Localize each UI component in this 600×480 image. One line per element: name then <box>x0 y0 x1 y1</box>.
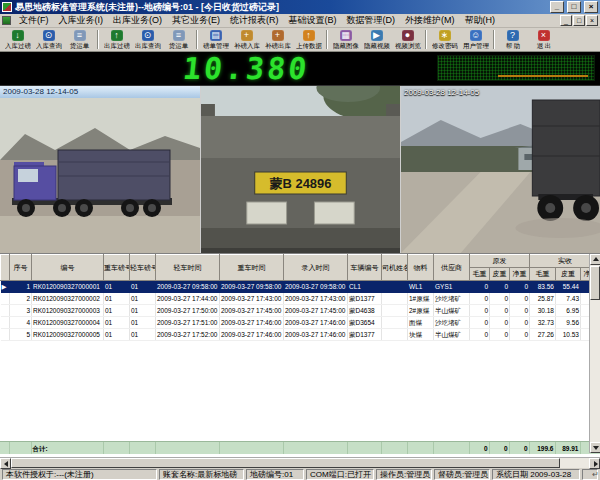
menu-item[interactable]: 统计报表(R) <box>225 13 284 28</box>
column-header[interactable]: 供应商 <box>434 255 470 281</box>
scroll-left-button[interactable] <box>0 458 11 469</box>
toolbar-button-入库查询[interactable]: ⊙入库查询 <box>33 29 64 51</box>
menu-item[interactable]: 出库业务(O) <box>108 13 167 28</box>
table-cell: 2009-03-27 17:45:00 <box>284 305 348 317</box>
child-close-button[interactable]: × <box>586 15 598 26</box>
table-row[interactable]: 2RK012009032700000201012009-03-27 17:44:… <box>1 293 600 305</box>
toolbar-button-label: 上传数据 <box>296 41 322 49</box>
table-cell: 半山煤矿 <box>434 305 470 317</box>
menu-item[interactable]: 入库业务(I) <box>54 13 109 28</box>
column-header[interactable]: 轻车磅号 <box>130 255 156 281</box>
toolbar-button-出库查询[interactable]: ⊙出库查询 <box>132 29 163 51</box>
column-header[interactable]: 重车磅号 <box>104 255 130 281</box>
table-cell: 0 <box>470 293 490 305</box>
total-cell: 合计: <box>31 442 103 454</box>
toolbar-button-用户管理[interactable]: ☺用户管理 <box>460 29 491 51</box>
minimize-button[interactable]: _ <box>550 1 564 13</box>
column-header[interactable] <box>1 255 10 281</box>
app-icon <box>2 2 12 12</box>
toolbar-button-货运单[interactable]: ≡货运单 <box>64 29 95 51</box>
table-row[interactable]: 3RK012009032700000301012009-03-27 17:50:… <box>1 305 600 317</box>
table-cell: 01 <box>104 329 130 341</box>
scroll-up-button[interactable] <box>590 254 600 265</box>
outbound-query-icon: ⊙ <box>142 30 154 41</box>
column-header[interactable]: 物料 <box>408 255 434 281</box>
child-minimize-button[interactable]: _ <box>560 15 572 26</box>
vertical-scrollbar[interactable] <box>589 254 600 453</box>
table-row[interactable]: 4RK012009032700000401012009-03-27 17:51:… <box>1 317 600 329</box>
table-row[interactable]: 5RK012009032700000501012009-03-27 17:52:… <box>1 329 600 341</box>
table-cell: 2009-03-27 17:52:00 <box>156 329 220 341</box>
column-header[interactable]: 轻车时间 <box>156 255 220 281</box>
inbound-weigh-icon: ↓ <box>12 30 24 41</box>
menu-item[interactable]: 文件(F) <box>14 13 54 28</box>
camera-left-panel: 2009-03-28 12-14-05 <box>0 86 200 253</box>
column-header[interactable]: 司机姓名 <box>382 255 408 281</box>
total-cell <box>283 442 347 454</box>
table-cell: 沙圪堵矿 <box>434 317 470 329</box>
menu-item[interactable]: 帮助(H) <box>460 13 501 28</box>
maximize-button[interactable]: □ <box>567 1 581 13</box>
column-header[interactable]: 车辆编号 <box>348 255 382 281</box>
table-cell: 32.73 <box>530 317 556 329</box>
toolbar-button-修改密码[interactable]: ∗修改密码 <box>429 29 460 51</box>
table-cell: 蒙D4638 <box>348 305 382 317</box>
license-plate-number: 蒙B 24896 <box>270 176 332 191</box>
toolbar-button-出库过磅[interactable]: ↑出库过磅 <box>101 29 132 51</box>
horizontal-scroll-thumb[interactable] <box>11 458 560 468</box>
toolbar-button-入库过磅[interactable]: ↓入库过磅 <box>2 29 33 51</box>
scroll-down-button[interactable] <box>590 442 600 453</box>
toolbar-button-补磅出库[interactable]: +补磅出库 <box>262 29 293 51</box>
table-cell: 2009-03-27 17:46:00 <box>284 329 348 341</box>
outbound-weigh-icon: ↑ <box>111 30 123 41</box>
toolbar-button-帮 助[interactable]: ?帮 助 <box>497 29 528 51</box>
toolbar-button-隐藏图像[interactable]: ▦隐藏图像 <box>330 29 361 51</box>
toolbar-button-视频浏览[interactable]: ●视频浏览 <box>392 29 423 51</box>
vertical-scroll-thumb[interactable] <box>590 266 600 300</box>
status-panel: 系统日期 2009-03-28 <box>492 469 580 480</box>
hide-image-icon: ▦ <box>340 30 352 41</box>
column-header[interactable]: 皮重 <box>556 268 581 281</box>
toolbar-button-隐藏视频[interactable]: ▶隐藏视频 <box>361 29 392 51</box>
scroll-right-button[interactable] <box>589 458 600 469</box>
column-header[interactable]: 净重 <box>510 268 530 281</box>
menu-item[interactable]: 数据管理(D) <box>342 13 401 28</box>
toolbar-button-label: 出库过磅 <box>104 41 130 49</box>
table-cell <box>382 281 408 293</box>
total-cell: 89.91 <box>555 442 580 454</box>
toolbar-button-label: 补磅出库 <box>265 41 291 49</box>
toolbar-button-上传数据[interactable]: ↑上传数据 <box>293 29 324 51</box>
column-header[interactable]: 录入时间 <box>284 255 348 281</box>
column-header[interactable]: 毛重 <box>470 268 490 281</box>
horizontal-scrollbar[interactable] <box>0 457 600 468</box>
table-cell: 沙圪堵矿 <box>434 293 470 305</box>
table-row[interactable]: ▶1RK012009032700000101012009-03-27 09:58… <box>1 281 600 293</box>
menu-item[interactable]: 外接维护(M) <box>400 13 460 28</box>
column-header[interactable]: 皮重 <box>490 268 510 281</box>
total-cell <box>407 442 433 454</box>
table-cell: 0 <box>490 293 510 305</box>
table-cell: 27.26 <box>530 329 556 341</box>
menu-item[interactable]: 其它业务(E) <box>167 13 225 28</box>
column-header[interactable]: 毛重 <box>530 268 556 281</box>
toolbar-button-补磅入库[interactable]: +补磅入库 <box>231 29 262 51</box>
toolbar-button-退 出[interactable]: ×退 出 <box>528 29 559 51</box>
column-header[interactable]: 重车时间 <box>220 255 284 281</box>
total-cell <box>155 442 219 454</box>
child-restore-button[interactable]: □ <box>573 15 585 26</box>
table-cell: 30.18 <box>530 305 556 317</box>
column-header[interactable]: 编号 <box>32 255 104 281</box>
toolbar-button-磅单管理[interactable]: ▤磅单管理 <box>200 29 231 51</box>
close-button[interactable]: × <box>584 1 598 13</box>
toolbar-separator <box>97 30 99 49</box>
toolbar-button-货运单[interactable]: ≡货运单 <box>163 29 194 51</box>
records-table: 序号编号重车磅号轻车磅号轻车时间重车时间录入时间车辆编号司机姓名物料供应商原发实… <box>0 254 600 341</box>
camera-left-image <box>0 98 200 253</box>
toolbar-separator <box>326 30 328 49</box>
led-display-strip: 10.380 <box>0 52 600 86</box>
table-cell: GYS1 <box>434 281 470 293</box>
column-header[interactable]: 序号 <box>10 255 32 281</box>
menu-item[interactable]: 基础设置(B) <box>284 13 342 28</box>
patch-outbound-icon: + <box>272 30 284 41</box>
toolbar-button-label: 帮 助 <box>505 41 520 49</box>
